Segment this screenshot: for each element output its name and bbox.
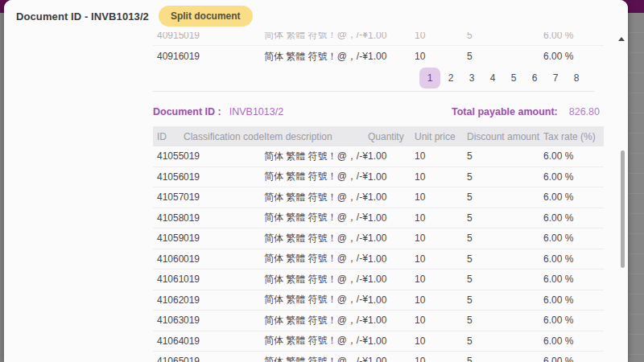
- table-cell: 5: [467, 274, 543, 285]
- dimmed-background-content: [628, 13, 644, 362]
- table-cell: 简体 繁體 符號！@，/-¥#@: [264, 170, 368, 183]
- pagination-page-2[interactable]: 2: [440, 68, 461, 88]
- table-cell: 5: [467, 294, 543, 306]
- table-cell: 10: [415, 274, 467, 285]
- table-row: 41062019简体 繁體 符號！@，/-¥#@1.001056.00 %: [153, 290, 604, 311]
- table-row: 41061019简体 繁體 符號！@，/-¥#@1.001056.00 %: [153, 269, 604, 290]
- table-cell: 简体 繁體 符號！@，/-¥#@: [264, 50, 368, 64]
- table-cell: 简体 繁體 符號！@，/-¥#@: [264, 273, 368, 286]
- document-id-label: Document ID :: [153, 106, 221, 117]
- column-header: Unit price: [415, 131, 467, 142]
- scrollbar-thumb[interactable]: [621, 150, 625, 268]
- column-header: Classification code: [184, 131, 264, 142]
- table-cell: 简体 繁體 符號！@，/-¥#@: [264, 314, 368, 327]
- table-cell: 6.00 %: [543, 51, 604, 62]
- table-cell: 1.00: [368, 191, 415, 203]
- table-cell: 简体 繁體 符號！@，/-¥#@: [264, 191, 368, 204]
- table-cell: 5: [467, 51, 543, 62]
- table-cell: 6.00 %: [543, 294, 604, 306]
- table-cell: 5: [467, 150, 543, 162]
- pagination-page-6[interactable]: 6: [524, 68, 545, 88]
- table-cell: 40916: [153, 51, 184, 62]
- table-cell: 10: [415, 171, 467, 183]
- table-cell: 简体 繁體 符號！@，/-¥#@: [264, 150, 368, 163]
- table-cell: 5: [467, 356, 543, 362]
- table-cell: 019: [184, 171, 264, 183]
- table-cell: 019: [184, 356, 264, 362]
- table-cell: 6.00 %: [543, 191, 604, 203]
- column-header: ID: [153, 131, 184, 142]
- pagination-page-1[interactable]: 1: [419, 68, 440, 88]
- table-cell: 5: [467, 315, 543, 326]
- pagination-page-3[interactable]: 3: [461, 68, 482, 88]
- table-cell: 019: [184, 335, 264, 347]
- scrollbar-up-arrow-icon[interactable]: [618, 37, 625, 41]
- table-cell: 5: [467, 212, 543, 224]
- table-cell: 41055: [153, 150, 184, 162]
- table-cell: 41058: [153, 212, 184, 224]
- pagination-page-5[interactable]: 5: [503, 68, 524, 88]
- table-cell: 019: [184, 274, 264, 285]
- table-cell: 1.00: [368, 171, 415, 183]
- table-cell: 简体 繁體 符號！@，/-¥#@: [264, 232, 368, 245]
- pagination-page-4[interactable]: 4: [482, 68, 503, 88]
- table-row: 41064019简体 繁體 符號！@，/-¥#@1.001056.00 %: [153, 331, 604, 352]
- table-cell: 6.00 %: [543, 335, 604, 347]
- table-cell: 6.00 %: [543, 356, 604, 362]
- table-row: 41056019简体 繁體 符號！@，/-¥#@1.001056.00 %: [153, 167, 604, 188]
- table-cell: 简体 繁體 符號！@，/-¥#@: [264, 334, 368, 348]
- modal-title: Document ID - INVB1013/2: [16, 10, 149, 23]
- table-cell: 41065: [153, 356, 184, 362]
- table-cell: 019: [184, 150, 264, 162]
- table-cell: 10: [415, 294, 467, 306]
- table-row: 41059019简体 繁體 符號！@，/-¥#@1.001056.00 %: [153, 228, 604, 249]
- table-cell: 5: [467, 232, 543, 244]
- table-row: 41065019简体 繁體 符號！@，/-¥#@1.001056.00 %: [153, 352, 604, 362]
- table-row: 41058019简体 繁體 符號！@，/-¥#@1.001056.00 %: [153, 208, 604, 229]
- table-cell: 简体 繁體 符號！@，/-¥#@: [264, 355, 368, 362]
- split-document-button[interactable]: Split document: [159, 6, 253, 27]
- column-header: Item description: [264, 131, 368, 142]
- table-cell: 5: [467, 191, 543, 203]
- table-row: 40916019简体 繁體 符號！@，/-¥#@1.001056.00 %: [153, 46, 604, 67]
- table-cell: 10: [415, 150, 467, 162]
- table-cell: 1.00: [368, 315, 415, 326]
- table-cell: 6.00 %: [543, 212, 604, 224]
- table-cell: 10: [415, 212, 467, 224]
- document-id-value: INVB1013/2: [229, 106, 283, 117]
- column-header: Quantity: [368, 131, 415, 142]
- table-cell: 019: [184, 294, 264, 306]
- split-document-modal: Document ID - INVB1013/2 Split document …: [4, 0, 628, 362]
- table-cell: 41059: [153, 232, 184, 244]
- table-cell: 10: [415, 253, 467, 265]
- table-cell: 41063: [153, 315, 184, 326]
- section-divider: [153, 91, 594, 92]
- table-cell: 10: [415, 51, 467, 62]
- pagination-page-8[interactable]: 8: [566, 68, 587, 88]
- table-cell: 简体 繁體 符號！@，/-¥#@: [264, 211, 368, 224]
- table-cell: 6.00 %: [543, 232, 604, 244]
- table-cell: 10: [415, 335, 467, 347]
- table-cell: 10: [415, 232, 467, 244]
- table-cell: 019: [184, 253, 264, 265]
- table-cell: 019: [184, 191, 264, 203]
- table-cell: 019: [184, 232, 264, 244]
- table-cell: 6.00 %: [543, 315, 604, 326]
- table-cell: 019: [184, 315, 264, 326]
- table-cell: 6.00 %: [543, 253, 604, 265]
- pagination-page-7[interactable]: 7: [545, 68, 566, 88]
- table-cell: 5: [467, 171, 543, 183]
- table-row: 41063019简体 繁體 符號！@，/-¥#@1.001056.00 %: [153, 311, 604, 331]
- table-cell: 41056: [153, 171, 184, 183]
- table-cell: 41062: [153, 294, 184, 306]
- table-cell: 5: [467, 253, 543, 265]
- table-cell: 1.00: [368, 253, 415, 265]
- table-cell: 10: [415, 356, 467, 362]
- table-cell: 1.00: [368, 51, 415, 62]
- line-items-table: IDClassification codeItem descriptionQua…: [153, 126, 604, 362]
- table-cell: 41060: [153, 253, 184, 265]
- total-payable-label: Total payable amount:: [452, 106, 558, 117]
- table-cell: 1.00: [368, 335, 415, 347]
- table-cell: 10: [415, 191, 467, 203]
- table-cell: 6.00 %: [543, 274, 604, 285]
